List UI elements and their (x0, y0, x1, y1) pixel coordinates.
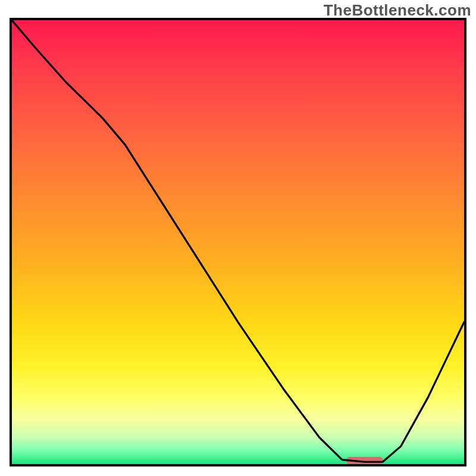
plot-frame (10, 18, 466, 466)
watermark-text: TheBottleneck.com (324, 1, 471, 20)
chart-container: TheBottleneck.com (0, 0, 476, 476)
bottleneck-curve-line (12, 20, 464, 462)
chart-svg (12, 20, 464, 464)
